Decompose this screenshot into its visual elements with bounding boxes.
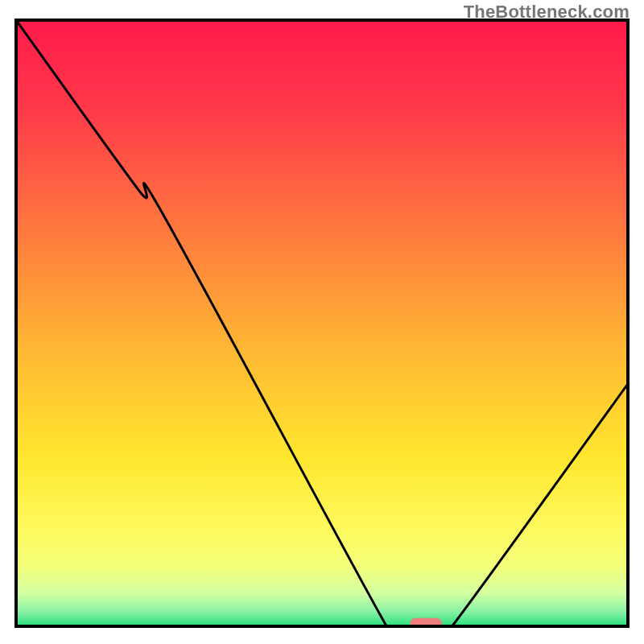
watermark-text: TheBottleneck.com	[464, 2, 630, 23]
chart-container: TheBottleneck.com	[0, 0, 644, 644]
gradient-background	[16, 20, 628, 626]
bottleneck-chart	[0, 0, 644, 644]
plot-area	[16, 20, 628, 644]
